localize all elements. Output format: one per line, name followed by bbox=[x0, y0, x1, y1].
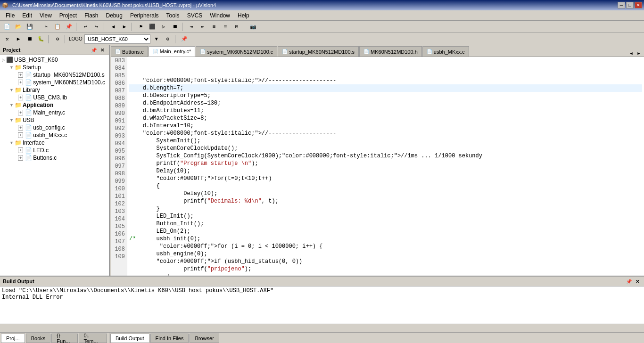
code-line[interactable]: printf("pripojeno"); bbox=[129, 265, 642, 273]
code-line[interactable]: usbh_engine(0); bbox=[129, 250, 642, 258]
outdent-btn[interactable]: ⇤ bbox=[198, 22, 208, 32]
menu-view[interactable]: View bbox=[36, 11, 56, 20]
code-line[interactable]: Delay(10); bbox=[129, 190, 642, 197]
code-line[interactable]: SystemCoreClockUpdate(); bbox=[129, 145, 642, 152]
align2-btn[interactable]: ≣ bbox=[220, 22, 231, 32]
menu-peripherals[interactable]: Peripherals bbox=[126, 11, 163, 20]
code-line[interactable]: d.bEndpointAddress=130; bbox=[129, 99, 642, 107]
extra1-btn[interactable]: 📌 bbox=[179, 34, 190, 44]
right-bottom-tab-Browser[interactable]: Browser bbox=[190, 334, 219, 343]
btn7[interactable]: ▷ bbox=[158, 22, 169, 32]
tab-Main-entry-c-[interactable]: 📄Main_entry.c* bbox=[149, 46, 195, 57]
menu-project[interactable]: Project bbox=[56, 11, 81, 20]
nav-back-btn[interactable]: ◀ bbox=[108, 22, 118, 32]
code-line[interactable]: d.bLength=7; bbox=[129, 84, 642, 92]
stop-btn[interactable]: ⏹ bbox=[25, 34, 35, 44]
tree-item-startup-MK60N512MD100-s[interactable]: +📄 startup_MK60N512MD100.s bbox=[0, 71, 109, 79]
tree-item-USB[interactable]: ▼ 📁 USB bbox=[0, 116, 109, 124]
tab-startup-MK60N512MD100-s[interactable]: 📄startup_MK60N512MD100.s bbox=[278, 46, 359, 57]
target-select[interactable]: USB_HOST_K60 bbox=[84, 34, 150, 44]
code-line[interactable]: "color:#0000ff;">for(t=0;t<10;t++) bbox=[129, 175, 642, 182]
cut-btn[interactable]: ✂ bbox=[41, 22, 51, 32]
tab-usbh-MKxx-c[interactable]: 📄usbh_MKxx.c bbox=[422, 46, 469, 57]
build-btn[interactable]: ⚒ bbox=[2, 34, 12, 44]
tree-item-usbh-MKxx-c[interactable]: +📄 usbh_MKxx.c bbox=[0, 131, 109, 139]
build-pin-btn[interactable]: 📌 bbox=[625, 278, 633, 285]
code-line[interactable]: d.bInterval=10; bbox=[129, 122, 642, 130]
maximize-button[interactable]: □ bbox=[626, 2, 634, 8]
new-file-btn[interactable]: 📄 bbox=[2, 22, 12, 32]
tree-item-usb-config-c[interactable]: +📄 usb_config.c bbox=[0, 124, 109, 131]
menu-debug[interactable]: Debug bbox=[102, 11, 126, 20]
target-options-btn[interactable]: ⚙ bbox=[52, 34, 63, 44]
menu-flash[interactable]: Flash bbox=[81, 11, 102, 20]
close-button[interactable]: ✕ bbox=[635, 2, 642, 8]
tree-item-USB-HOST-K60[interactable]: ▷ ⬛ USB_HOST_K60 bbox=[0, 56, 109, 64]
code-line[interactable]: LED_On(2); bbox=[129, 228, 642, 235]
run-btn[interactable]: ▶ bbox=[13, 34, 24, 44]
align-btn[interactable]: ≡ bbox=[209, 22, 219, 32]
tree-item-Main-entry-c[interactable]: +📄 Main_entry.c bbox=[0, 109, 109, 116]
menu-svcs[interactable]: SVCS bbox=[183, 11, 206, 20]
left-bottom-tab-0--Tem---[interactable]: 0↓ Tem... bbox=[79, 334, 107, 343]
left-bottom-tab-Books[interactable]: Books bbox=[26, 334, 51, 343]
tree-item-Buttons-c[interactable]: +📄 Buttons.c bbox=[0, 154, 109, 162]
tree-item-system-MK60N512MD100-c[interactable]: +📄 system_MK60N512MD100.c bbox=[0, 79, 109, 86]
tab-MK60N512MD100-h[interactable]: 📄MK60N512MD100.h bbox=[359, 46, 422, 57]
tab-scroll-left-btn[interactable]: ◀ bbox=[628, 50, 635, 57]
nav-fwd-btn[interactable]: ▶ bbox=[119, 22, 130, 32]
menu-edit[interactable]: Edit bbox=[18, 11, 36, 20]
tree-item-Startup[interactable]: ▼ 📁 Startup bbox=[0, 64, 109, 71]
left-bottom-tab----Fun---[interactable]: {} Fun... bbox=[51, 334, 77, 343]
copy-btn[interactable]: 📋 bbox=[52, 22, 63, 32]
indent-btn[interactable]: ⇥ bbox=[186, 22, 197, 32]
code-line[interactable]: printf("Decimals: %d\n", t); bbox=[129, 197, 642, 205]
code-line[interactable]: LED_Init(); bbox=[129, 212, 642, 220]
code-line[interactable]: { bbox=[129, 182, 642, 190]
build-close-btn[interactable]: ✕ bbox=[634, 278, 641, 285]
camera-btn[interactable]: 📷 bbox=[248, 22, 258, 32]
window-controls[interactable]: ─ □ ✕ bbox=[618, 2, 642, 8]
left-bottom-tab-Proj---[interactable]: Proj... bbox=[1, 334, 25, 343]
btn8[interactable]: ⏹ bbox=[170, 22, 180, 32]
code-line[interactable]: } bbox=[129, 205, 642, 212]
code-editor[interactable]: 0830840850860870880890900910920930940950… bbox=[111, 57, 644, 276]
target-config-btn[interactable]: ⚙ bbox=[163, 34, 173, 44]
open-btn[interactable]: 📂 bbox=[13, 22, 24, 32]
project-close-btn[interactable]: ✕ bbox=[99, 46, 106, 54]
btn5[interactable]: ⚑ bbox=[136, 22, 146, 32]
paste-btn[interactable]: 📌 bbox=[64, 22, 74, 32]
code-line[interactable]: Button_Init(); bbox=[129, 220, 642, 228]
code-line[interactable]: /* usbh_init(0); bbox=[129, 235, 642, 243]
code-line[interactable]: "color:#0000ff;">for (i = 0; i < 1000000… bbox=[129, 243, 642, 250]
code-line[interactable]: d.bDescriptorType=5; bbox=[129, 92, 642, 99]
code-line[interactable]: d.wMaxPacketSize=8; bbox=[129, 114, 642, 122]
tab-system-MK60N512MD100-c[interactable]: 📄system_MK60N512MD100.c bbox=[196, 46, 277, 57]
right-bottom-tab-Find-In-Files[interactable]: Find In Files bbox=[150, 334, 189, 343]
menu-tools[interactable]: Tools bbox=[163, 11, 183, 20]
undo-btn[interactable]: ↩ bbox=[80, 22, 91, 32]
menu-help[interactable]: Help bbox=[234, 11, 253, 20]
redo-btn[interactable]: ↪ bbox=[91, 22, 102, 32]
code-line[interactable]: "color:#008000;font-style:italic;">//---… bbox=[129, 77, 642, 84]
tree-item-Library[interactable]: ▼ 📁 Library bbox=[0, 86, 109, 94]
tree-item-Application[interactable]: ▼ 📁 Application bbox=[0, 101, 109, 109]
build-scroll-bar[interactable] bbox=[0, 324, 644, 332]
tab-scroll-right-btn[interactable]: ▶ bbox=[636, 50, 642, 57]
debug-btn[interactable]: 🐛 bbox=[36, 34, 46, 44]
tab-Buttons-c[interactable]: 📄Buttons.c bbox=[111, 46, 148, 57]
right-bottom-tab-Build-Output[interactable]: Build Output bbox=[110, 334, 149, 343]
project-pin-btn[interactable]: 📌 bbox=[90, 46, 98, 54]
code-line[interactable]: SystemInit(); bbox=[129, 137, 642, 145]
menu-window[interactable]: Window bbox=[206, 11, 234, 20]
btn6[interactable]: ⬛ bbox=[147, 22, 157, 32]
minimize-button[interactable]: ─ bbox=[618, 2, 625, 8]
code-line[interactable]: "color:#0000ff;">if (usbh_hid_status(0, … bbox=[129, 258, 642, 265]
tree-item-USB-CM3-lib[interactable]: +📄 USB_CM3.lib bbox=[0, 94, 109, 101]
tree-item-Interface[interactable]: ▼ 📁 Interface bbox=[0, 139, 109, 147]
save-btn[interactable]: 💾 bbox=[25, 22, 35, 32]
tree-item-LED-c[interactable]: +📄 LED.c bbox=[0, 147, 109, 154]
code-line[interactable]: "color:#008000;font-style:italic;">//---… bbox=[129, 130, 642, 137]
menu-file[interactable]: File bbox=[2, 11, 18, 20]
target-dropdown-btn[interactable]: ▼ bbox=[151, 34, 162, 44]
